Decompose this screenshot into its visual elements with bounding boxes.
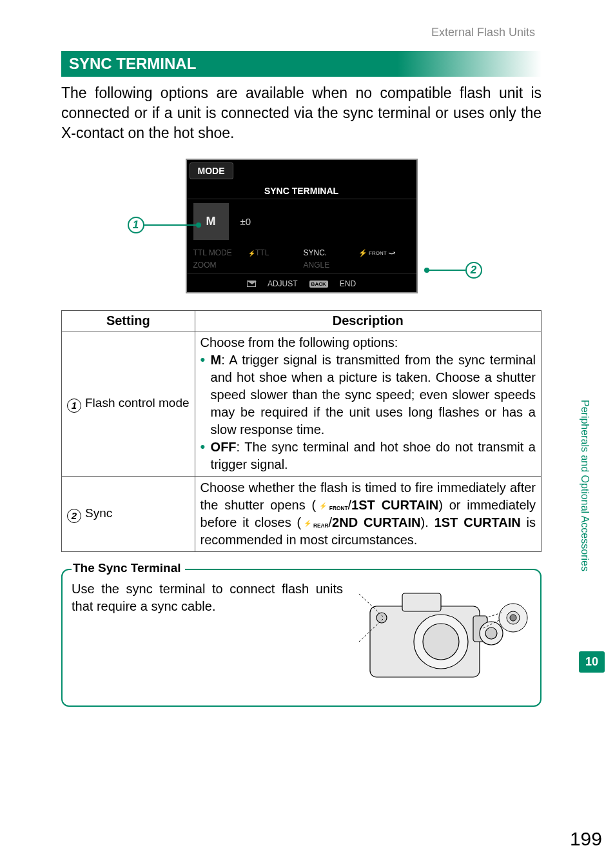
- flash-comp-value: ±0: [240, 216, 251, 227]
- zoom-label: ZOOM: [193, 261, 245, 270]
- callout-2-line: [428, 270, 465, 271]
- svg-point-4: [376, 613, 387, 623]
- page-number: 199: [570, 828, 602, 850]
- row1-option-m: M: A trigger signal is transmitted from …: [200, 351, 536, 439]
- row2-description: Choose whether the flash is timed to fir…: [195, 477, 541, 552]
- ttl-mode-label: TTL MODE: [193, 248, 245, 257]
- svg-point-3: [423, 624, 459, 660]
- intro-paragraph: The following options are available when…: [61, 83, 542, 143]
- settings-table: Setting Description 1Flash control mode …: [61, 310, 542, 552]
- adjust-label: ADJUST: [268, 279, 298, 288]
- mode-pill: MODE: [190, 163, 233, 179]
- angle-label: ANGLE: [304, 261, 355, 270]
- sync-value: ⚡FRONT⤻: [358, 248, 410, 258]
- side-section-label: Peripherals and Optional Accessories: [579, 400, 591, 571]
- table-row: 1Flash control mode Choose from the foll…: [62, 331, 542, 477]
- camera-illustration: [351, 580, 531, 696]
- note-box: The Sync Terminal Use the sync terminal …: [61, 569, 542, 707]
- ttl-mode-value: ⚡TTL: [248, 248, 300, 257]
- callout-1-dot: [196, 222, 201, 228]
- callout-2-dot: [424, 268, 429, 273]
- callout-2-circle: 2: [465, 262, 482, 279]
- callout-1-circle: 1: [128, 217, 144, 233]
- table-row: 2Sync Choose whether the flash is timed …: [62, 477, 542, 552]
- side-rail: Peripherals and Optional Accessories 10: [574, 0, 610, 868]
- row1-lead: Choose from the following options:: [200, 334, 536, 351]
- section-title-bar: SYNC TERMINAL: [61, 51, 542, 77]
- front-curtain-icon: ⚡FRONT: [316, 502, 347, 509]
- svg-point-12: [510, 615, 516, 621]
- svg-rect-1: [402, 593, 441, 611]
- svg-point-7: [485, 627, 497, 639]
- lcd-title: SYNC TERMINAL: [187, 182, 416, 199]
- rear-curtain-icon: ⚡REAR: [301, 520, 328, 527]
- row1-option-off: OFF: The sync terminal and hot shoe do n…: [200, 439, 536, 473]
- sync-label: SYNC.: [304, 248, 355, 257]
- col-setting: Setting: [62, 311, 195, 331]
- end-label: END: [340, 279, 356, 288]
- note-title: The Sync Terminal: [72, 561, 185, 575]
- row2-number: 2: [67, 509, 81, 523]
- lcd-screen: MODE SYNC TERMINAL M ±0 TTL MODE ⚡TTL SY…: [186, 159, 418, 293]
- flash-mode-value: M: [193, 203, 229, 240]
- row1-number: 1: [67, 399, 81, 413]
- col-description: Description: [195, 311, 541, 331]
- row1-label: Flash control mode: [85, 396, 190, 409]
- back-icon: BACK: [309, 281, 328, 288]
- callout-1-line: [144, 224, 197, 226]
- note-text: Use the sync terminal to connect flash u…: [72, 580, 343, 615]
- row2-label: Sync: [85, 506, 112, 520]
- lcd-figure: 1 2 MODE SYNC TERMINAL M ±0 TTL MODE ⚡TT…: [147, 159, 456, 293]
- chapter-badge: 10: [579, 651, 605, 673]
- breadcrumb: External Flash Units: [61, 26, 542, 39]
- adjust-icon: [247, 281, 256, 287]
